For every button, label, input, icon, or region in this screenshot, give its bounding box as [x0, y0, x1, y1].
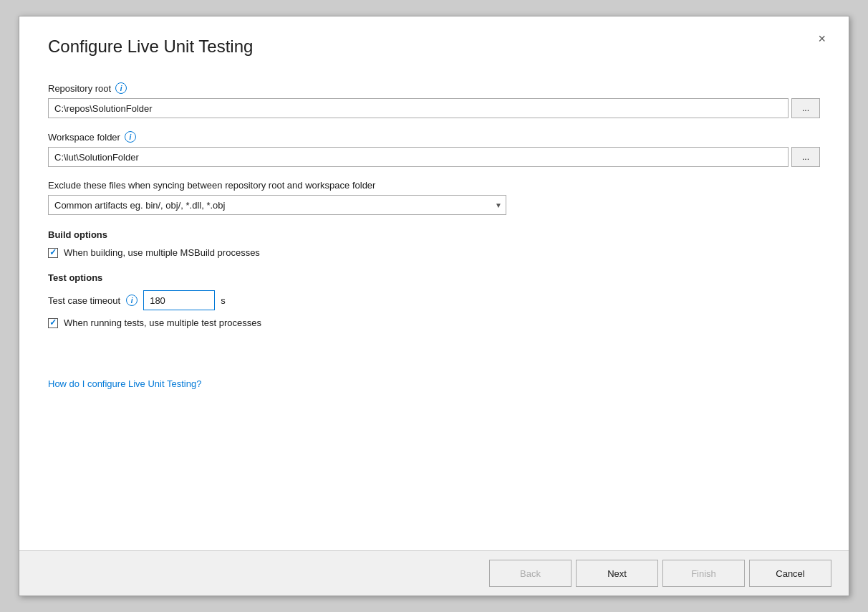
- multiple-msbuild-checkbox[interactable]: [48, 248, 58, 258]
- close-button[interactable]: ×: [812, 29, 831, 48]
- test-case-timeout-label: Test case timeout: [48, 295, 120, 306]
- workspace-folder-label: Workspace folder i: [48, 131, 820, 143]
- repository-root-group: Repository root i ...: [48, 82, 820, 118]
- repository-root-input-row: ...: [48, 98, 820, 118]
- multiple-test-processes-checkbox[interactable]: [48, 318, 58, 328]
- exclude-files-label: Exclude these files when syncing between…: [48, 180, 820, 191]
- workspace-folder-input-row: ...: [48, 147, 820, 167]
- exclude-files-group: Exclude these files when syncing between…: [48, 180, 820, 215]
- dialog-footer: Back Next Finish Cancel: [19, 550, 849, 596]
- exclude-files-dropdown[interactable]: Common artifacts eg. bin/, obj/, *.dll, …: [48, 195, 506, 215]
- multiple-msbuild-label: When building, use multiple MSBuild proc…: [64, 247, 260, 258]
- configure-live-unit-testing-dialog: Configure Live Unit Testing × Repository…: [19, 16, 849, 596]
- workspace-folder-input[interactable]: [48, 147, 789, 167]
- dialog-header: Configure Live Unit Testing ×: [19, 16, 849, 64]
- test-case-timeout-row: Test case timeout i s: [48, 290, 820, 310]
- repository-root-browse-button[interactable]: ...: [791, 98, 820, 118]
- multiple-test-processes-label: When running tests, use multiple test pr…: [64, 317, 261, 328]
- back-button[interactable]: Back: [489, 560, 572, 587]
- multiple-msbuild-row: When building, use multiple MSBuild proc…: [48, 247, 820, 258]
- workspace-folder-group: Workspace folder i ...: [48, 131, 820, 167]
- repository-root-label: Repository root i: [48, 82, 820, 94]
- build-options-section-title: Build options: [48, 229, 820, 240]
- workspace-folder-info-icon[interactable]: i: [125, 131, 136, 143]
- dialog-content: Repository root i ... Workspace folder i…: [19, 64, 849, 550]
- multiple-test-processes-row: When running tests, use multiple test pr…: [48, 317, 820, 328]
- test-case-timeout-unit: s: [221, 295, 226, 306]
- test-case-timeout-info-icon[interactable]: i: [126, 295, 138, 306]
- test-case-timeout-input[interactable]: [143, 290, 215, 310]
- test-options-section-title: Test options: [48, 272, 820, 283]
- next-button[interactable]: Next: [576, 560, 658, 587]
- help-link[interactable]: How do I configure Live Unit Testing?: [48, 378, 201, 389]
- workspace-folder-browse-button[interactable]: ...: [791, 147, 820, 167]
- exclude-files-dropdown-wrapper: Common artifacts eg. bin/, obj/, *.dll, …: [48, 195, 506, 215]
- cancel-button[interactable]: Cancel: [749, 560, 831, 587]
- finish-button[interactable]: Finish: [662, 560, 745, 587]
- repository-root-input[interactable]: [48, 98, 789, 118]
- repository-root-info-icon[interactable]: i: [115, 82, 127, 94]
- dialog-title: Configure Live Unit Testing: [48, 37, 253, 57]
